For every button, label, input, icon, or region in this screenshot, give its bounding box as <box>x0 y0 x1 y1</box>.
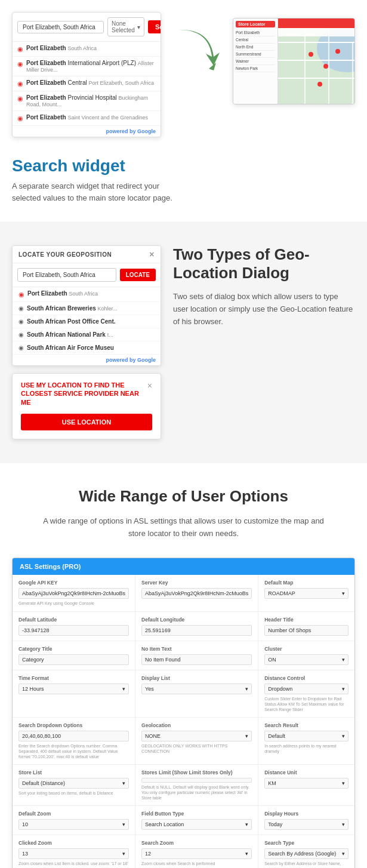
close-icon[interactable]: × <box>147 381 152 390</box>
field-value: No Item Found <box>141 654 252 665</box>
search-button[interactable]: Search <box>148 20 161 33</box>
list-item[interactable]: ◉ South African Breweries Kohler... <box>13 302 161 315</box>
field-value-select[interactable]: Search Location▾ <box>141 819 252 830</box>
map-store-item: Central <box>236 36 275 44</box>
field-label: Default Map <box>264 580 349 586</box>
pin-icon: ◉ <box>18 318 24 325</box>
settings-field: Stores Limit (Show Limit Stores Only)Def… <box>135 765 258 806</box>
search-widget-mock: None Selected ▾ Search ◉ Port Elizabeth … <box>12 12 161 137</box>
dialog-header: LOCATE YOUR GEOPOSITION × <box>13 246 161 263</box>
settings-grid: Google API KEYAbaSyAj3uVokPng2Qk9r8IHcNm… <box>13 575 354 868</box>
settings-field: Display ListYes▾ <box>135 670 258 718</box>
field-value-select[interactable]: ROADMAP▾ <box>264 588 349 599</box>
field-value: -33.947128 <box>18 625 129 636</box>
powered-by-google: powered by Google <box>13 126 161 137</box>
field-label: Distance Control <box>264 675 349 681</box>
field-value-select[interactable]: Search By Address (Google)▾ <box>264 848 349 859</box>
list-item-content: Port Elizabeth Central Port Elizabeth, S… <box>26 79 154 86</box>
field-note: Zoom closes when List Item is clicked. u… <box>18 861 129 868</box>
chevron-down-icon: ▾ <box>245 733 248 739</box>
geo-input[interactable] <box>17 268 116 282</box>
map-sidebar-preview: Store Locator Port Elizabeth Central Nor… <box>233 19 278 104</box>
field-value-select[interactable]: 12▾ <box>141 848 252 859</box>
chevron-down-icon: ▾ <box>342 780 345 786</box>
field-label: Default Zoom <box>18 811 129 817</box>
list-item-content: South African National Park t... <box>27 331 113 338</box>
settings-field: Default Latitude-33.947128 <box>13 612 135 641</box>
settings-field: Google API KEYAbaSyAj3uVokPng2Qk9r8IHcNm… <box>13 575 135 611</box>
search-results-list: ◉ Port Elizabeth South Africa ◉ Port Eli… <box>13 42 161 126</box>
list-item[interactable]: ◉ Port Elizabeth South Africa <box>13 287 161 302</box>
field-value-select[interactable]: 12 Hours▾ <box>18 684 129 694</box>
field-label: Search Zoom <box>141 840 252 846</box>
map-store-item: Walmer <box>236 58 275 65</box>
svg-point-10 <box>309 52 313 57</box>
chevron-down-icon: ▾ <box>342 686 345 692</box>
list-item[interactable]: ◉ South African Air Force Museu <box>13 341 161 355</box>
field-value-select[interactable]: Dropdown▾ <box>264 684 349 694</box>
location-dialog-header: USE MY LOCATION TO FIND THE CLOSEST SERV… <box>13 374 161 411</box>
geo-location-heading: Two Types of Geo-Location Dialog <box>173 245 355 282</box>
list-item[interactable]: ◉ Port Elizabeth Saint Vincent and the G… <box>13 111 161 126</box>
settings-field: Time Format12 Hours▾ <box>13 670 135 718</box>
pin-icon: ◉ <box>17 80 23 88</box>
search-input[interactable] <box>17 21 104 33</box>
arrow-area <box>173 12 221 78</box>
pin-icon: ◉ <box>17 115 23 122</box>
field-value-select[interactable]: KM▾ <box>264 778 349 789</box>
chevron-down-icon: ▾ <box>122 686 125 692</box>
field-value-select[interactable]: 13▾ <box>18 848 129 859</box>
list-item-content: Port Elizabeth International Airport (PL… <box>26 60 156 73</box>
list-item[interactable]: ◉ Port Elizabeth Central Port Elizabeth,… <box>13 76 161 91</box>
field-value-select[interactable]: 10▾ <box>18 819 129 830</box>
settings-field: Server KeyAbaSyAj3uVokPng2Qk9r8IHcNm-2cM… <box>135 575 258 611</box>
chevron-down-icon: ▾ <box>342 733 345 739</box>
svg-rect-15 <box>278 28 355 36</box>
search-widget-description: A separate search widget that redirect y… <box>12 180 179 204</box>
pin-icon: ◉ <box>17 60 23 68</box>
chevron-down-icon: ▾ <box>245 851 248 857</box>
field-value-select[interactable]: Yes▾ <box>141 684 252 694</box>
field-value-select[interactable]: Today▾ <box>264 819 349 830</box>
field-value-select[interactable]: Default (Distance)▾ <box>18 778 129 789</box>
list-item-content: South African Breweries Kohler... <box>27 305 118 312</box>
field-label: Stores Limit (Show Limit Stores Only) <box>141 769 252 775</box>
geo-dialogs-container: LOCATE YOUR GEOPOSITION × LOCATE ◉ Port … <box>12 245 161 439</box>
list-item[interactable]: ◉ South African National Park t... <box>13 328 161 341</box>
none-selected-dropdown[interactable]: None Selected ▾ <box>107 17 144 36</box>
search-widget-left: None Selected ▾ Search ◉ Port Elizabeth … <box>12 12 161 137</box>
field-label: Cluster <box>264 646 349 652</box>
settings-panel-header: ASL Settings (PRO) <box>13 558 354 575</box>
close-icon[interactable]: × <box>149 250 155 259</box>
powered-by-google: powered by Google <box>13 355 161 365</box>
list-item[interactable]: ◉ Port Elizabeth Provincial Hospital Buc… <box>13 91 161 111</box>
field-label: Store List <box>18 769 129 775</box>
field-value-select[interactable]: NONE▾ <box>141 731 252 741</box>
list-item[interactable]: ◉ Port Elizabeth South Africa <box>13 42 161 57</box>
arrow-icon <box>173 24 221 78</box>
use-location-button[interactable]: USE LOCATION <box>21 414 152 430</box>
pin-icon: ◉ <box>18 291 24 298</box>
pin-icon: ◉ <box>17 95 23 103</box>
map-store-item: Summerstrand <box>236 51 275 58</box>
options-description: A wide range of options in ASL settings … <box>35 515 333 540</box>
field-value: AbaSyAj3uVokPng2Qk9r8IHcNm-2cMuoBs <box>18 588 129 599</box>
field-value: Number Of Shops <box>264 625 349 636</box>
map-store-item: Port Elizabeth <box>236 29 275 36</box>
chevron-down-icon: ▾ <box>342 590 345 596</box>
list-item-content: Port Elizabeth Saint Vincent and the Gre… <box>26 114 148 121</box>
list-item[interactable]: ◉ Port Elizabeth International Airport (… <box>13 57 161 76</box>
locate-button[interactable]: LOCATE <box>120 269 156 281</box>
field-note: Generate API Key using Google Console <box>18 601 129 606</box>
list-item[interactable]: ◉ South African Post Office Cent. <box>13 315 161 328</box>
search-widget-text: Search widget A separate search widget t… <box>12 147 355 204</box>
chevron-down-icon: ▾ <box>245 821 248 827</box>
settings-field: Display HoursToday▾ <box>258 806 354 835</box>
svg-point-13 <box>317 82 322 87</box>
field-value-select[interactable]: ON▾ <box>264 654 349 665</box>
settings-field: Category TitleCategory <box>13 641 135 670</box>
field-label: Display List <box>141 675 252 681</box>
map-store-item: Newton Park <box>236 65 275 72</box>
field-label: No Item Text <box>141 646 252 652</box>
field-value-select[interactable]: Default▾ <box>264 731 349 741</box>
